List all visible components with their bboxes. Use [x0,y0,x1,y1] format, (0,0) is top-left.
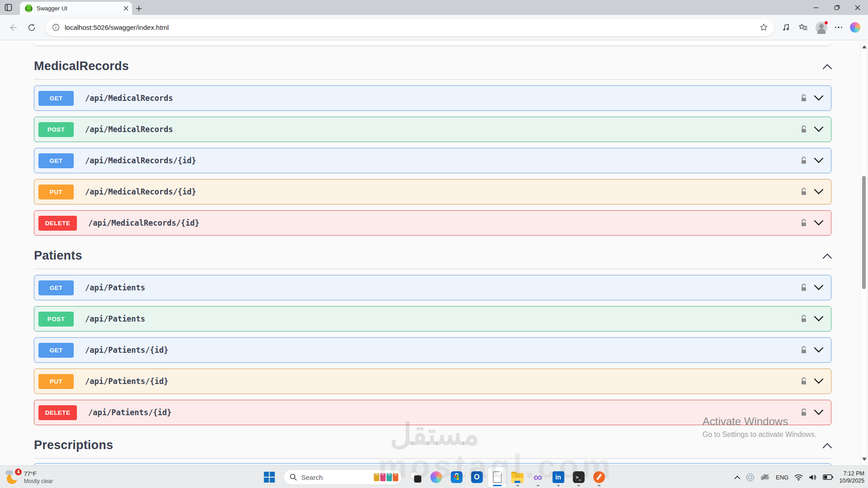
auth-lock-icon[interactable] [799,377,808,386]
new-tab-button[interactable] [132,2,146,15]
endpoint-path: /api/MedicalRecords/{id} [88,218,799,227]
endpoint-row[interactable]: GET /api/MedicalRecords/{id} [34,148,831,173]
scroll-down-icon[interactable] [862,458,867,461]
outlook-button[interactable]: O [468,467,486,487]
expand-chevron-icon[interactable] [814,378,824,384]
endpoint-row[interactable]: POST /api/MedicalRecords [34,117,831,142]
section-header-prescriptions[interactable]: Prescriptions [34,432,832,459]
wifi-icon[interactable] [794,474,803,481]
scroll-up-icon[interactable] [862,45,867,48]
notification-dot [824,21,828,25]
close-button[interactable] [847,0,868,15]
expand-chevron-icon[interactable] [814,284,824,291]
endpoint-row[interactable]: GET /api/MedicalRecords [34,85,831,111]
swagger-page: MedicalRecords GET /api/MedicalRecords P… [0,41,860,465]
expand-chevron-icon[interactable] [814,157,824,164]
endpoint-row[interactable]: GET /api/Patients/{id} [34,337,831,363]
expand-chevron-icon[interactable] [814,189,824,195]
bookmark-star-icon[interactable] [759,23,768,32]
windows-logo-icon [264,472,275,483]
tray-ring-icon[interactable] [746,474,754,481]
file-explorer-button[interactable] [508,467,526,487]
collapse-chevron-icon[interactable] [822,253,832,259]
browser-titlebar: {…} Swagger UI [0,0,868,15]
volume-icon[interactable] [809,474,817,481]
refresh-icon[interactable] [25,21,38,34]
battery-icon[interactable] [823,474,833,480]
visual-studio-icon: ∞ [533,471,542,483]
taskbar-search-input[interactable]: Search [283,469,402,485]
endpoint-path: /api/MedicalRecords [85,94,799,103]
auth-lock-icon[interactable] [799,283,808,292]
expand-chevron-icon[interactable] [814,126,824,133]
terminal-button[interactable]: >_ [569,467,588,487]
postman-button[interactable] [590,467,608,487]
endpoint-row[interactable]: DELETE /api/MedicalRecords/{id} [34,210,831,236]
expand-chevron-icon[interactable] [814,95,824,101]
expand-chevron-icon[interactable] [814,347,824,353]
method-badge: POST [38,312,74,327]
site-info-icon[interactable] [52,24,60,31]
expand-chevron-icon[interactable] [814,220,824,226]
method-badge: GET [38,153,74,168]
auth-lock-icon[interactable] [799,408,808,417]
scrollbar-thumb[interactable] [862,176,866,289]
settings-menu-icon[interactable] [835,27,843,28]
auth-lock-icon[interactable] [799,218,808,227]
section-header-medicalrecords[interactable]: MedicalRecords [34,53,832,80]
task-view-button[interactable] [407,467,425,487]
address-bar[interactable]: localhost:5026/swagger/index.html [46,19,774,36]
endpoint-path: /api/Patients [85,314,799,323]
auth-lock-icon[interactable] [799,346,808,355]
method-badge: DELETE [38,216,77,231]
page-scrollbar[interactable] [860,42,868,464]
endpoint-row[interactable]: PUT /api/Patients/{id} [34,369,831,394]
endpoint-row[interactable]: DELETE /api/Patients/{id} [34,400,831,425]
previous-block-edge [33,41,832,46]
copilot-icon[interactable] [850,22,860,33]
expand-chevron-icon[interactable] [814,409,824,416]
window-controls [806,0,868,15]
weather-condition: Mostly clear [24,478,53,484]
collapse-chevron-icon[interactable] [822,63,832,70]
url-text[interactable]: localhost:5026/swagger/index.html [65,24,754,31]
auth-lock-icon[interactable] [799,187,808,196]
microsoft-store-button[interactable] [447,467,465,487]
auth-lock-icon[interactable] [799,156,808,165]
collapse-chevron-icon[interactable] [822,442,832,449]
profile-avatar[interactable] [816,22,827,33]
browser-tab[interactable]: {…} Swagger UI [20,2,132,15]
auth-lock-icon[interactable] [799,94,808,103]
favorites-icon[interactable] [798,23,808,32]
expand-chevron-icon[interactable] [814,316,824,322]
linkedin-button[interactable]: in [549,467,567,487]
document-icon [493,471,502,483]
endpoint-row[interactable]: GET /api/Patients [34,275,831,300]
media-controls-icon[interactable] [782,23,791,32]
weather-widget[interactable]: 4 77°F Mostly clear [3,466,56,488]
tray-overflow-chevron-icon[interactable] [734,475,740,479]
back-icon[interactable] [6,21,19,34]
tab-actions-icon[interactable] [0,0,16,15]
endpoint-row[interactable]: POST /api/Patients [34,306,831,332]
start-button[interactable] [260,467,278,487]
tray-clock[interactable]: 7:12 PM 10/9/2025 [839,470,864,485]
copilot-button[interactable] [427,467,445,487]
method-badge: GET [38,343,74,358]
method-badge: GET [38,280,74,295]
minimize-button[interactable] [806,0,826,15]
method-badge: PUT [38,185,74,199]
restore-button[interactable] [826,0,847,15]
section-header-patients[interactable]: Patients [34,243,832,269]
endpoint-path: /api/Patients/{id} [85,377,799,386]
visual-studio-button[interactable]: ∞ [529,467,547,487]
search-highlight-icon[interactable] [374,473,398,481]
endpoint-row[interactable]: PUT /api/MedicalRecords/{id} [34,179,831,204]
language-indicator[interactable]: ENG [776,474,788,481]
tab-close-icon[interactable] [123,6,128,11]
screen: { "browser": { "tab_title": "Swagger UI"… [0,0,868,488]
onedrive-paused-icon[interactable] [760,474,770,481]
document-app-button-active[interactable] [488,467,506,487]
auth-lock-icon[interactable] [799,314,808,323]
auth-lock-icon[interactable] [799,125,808,134]
